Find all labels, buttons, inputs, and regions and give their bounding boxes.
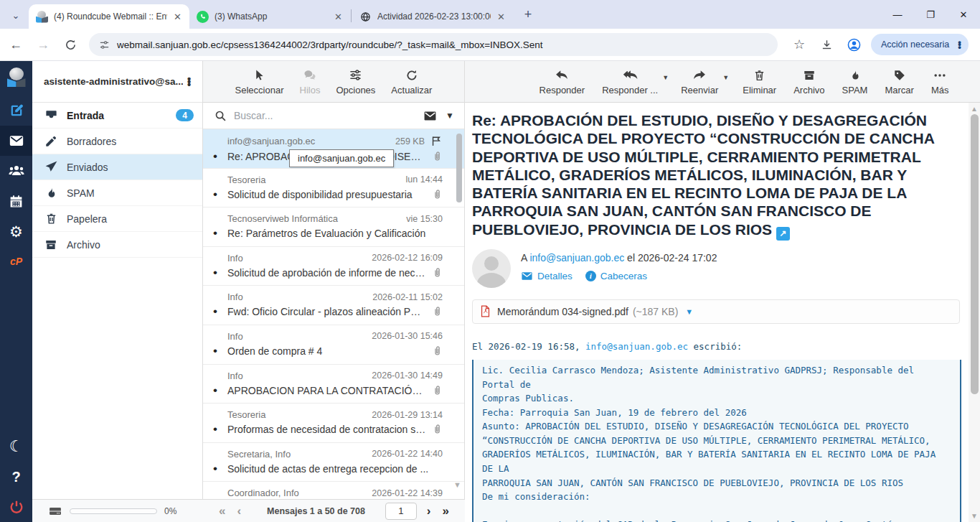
- forward-dropdown-icon[interactable]: ▼: [722, 74, 729, 81]
- scroll-up-icon[interactable]: ▲: [969, 105, 980, 113]
- more-button[interactable]: Más: [925, 65, 956, 98]
- list-scroll-down-icon[interactable]: ▼: [453, 480, 461, 489]
- unread-dot[interactable]: •: [213, 308, 227, 315]
- tab-roundcube[interactable]: (4) Roundcube Webmail :: Envia ✕: [29, 4, 189, 29]
- account-row[interactable]: asistente-administrativo@sa... •••: [32, 61, 202, 103]
- action-needed-chip[interactable]: Acción necesaria •••: [871, 34, 969, 55]
- reply-button[interactable]: Responder: [533, 65, 592, 98]
- reload-icon[interactable]: [59, 33, 82, 56]
- message-list-item[interactable]: Tesoreria 2026-01-29 13:14 • Proformas d…: [203, 404, 464, 443]
- unread-dot[interactable]: •: [213, 465, 227, 472]
- contacts-icon[interactable]: [0, 156, 32, 186]
- sender-email-link[interactable]: info@sanjuan.gob.ec: [585, 341, 688, 352]
- refresh-button[interactable]: Actualizar: [385, 65, 438, 98]
- headers-link[interactable]: i Cabeceras: [585, 271, 647, 281]
- delete-button[interactable]: Eliminar: [736, 65, 783, 98]
- downloads-icon[interactable]: [815, 33, 838, 56]
- tab-close-icon[interactable]: ✕: [332, 11, 344, 23]
- search-input[interactable]: Buscar...: [234, 110, 423, 121]
- help-icon[interactable]: ?: [0, 462, 32, 492]
- mail-scrollbar[interactable]: ▲ ▼: [969, 103, 980, 522]
- list-scrollbar-thumb[interactable]: [456, 134, 462, 202]
- last-page-button[interactable]: »: [437, 504, 455, 518]
- search-scope-mail-icon[interactable]: [423, 109, 437, 123]
- message-list-item[interactable]: Info 2026-02-11 15:02 • Fwd: Oficio Circ…: [203, 286, 464, 325]
- message-list-item[interactable]: Info 2026-01-30 14:49 • APROBACION PARA …: [203, 365, 464, 404]
- unread-dot[interactable]: •: [213, 269, 227, 276]
- mail-icon[interactable]: [0, 126, 32, 156]
- tab-actividad[interactable]: Actividad 2026-02-23 13:00:00 ✕: [352, 4, 513, 29]
- browser-menu-kebab-icon[interactable]: •••: [955, 38, 964, 52]
- message-list-item[interactable]: Coordinador, Info 2026-01-22 14:39 •: [203, 482, 464, 499]
- details-link[interactable]: Detalles: [521, 270, 573, 282]
- message-list-item[interactable]: Info 2026-02-12 16:09 • Solicitud de apr…: [203, 247, 464, 286]
- compose-icon[interactable]: [0, 95, 32, 126]
- flag-icon[interactable]: [430, 135, 443, 147]
- trash-icon: [44, 213, 58, 225]
- tab-list-chevron-icon[interactable]: ⌄: [6, 5, 26, 25]
- profile-avatar-icon[interactable]: [842, 33, 865, 56]
- mail-content: Re: APROBACIÓN DEL ESTUDIO, DISEÑO Y DES…: [465, 103, 969, 522]
- new-tab-button[interactable]: +: [519, 5, 537, 24]
- folder-papelera[interactable]: Papelera: [32, 206, 202, 232]
- unread-dot[interactable]: •: [213, 387, 227, 394]
- attachment-row[interactable]: Memorándum 034-signed.pdf (~187 KB) ▼: [472, 299, 960, 324]
- spam-button[interactable]: SPAM: [836, 65, 875, 98]
- recipient-email-link[interactable]: info@sanjuan.gob.ec: [529, 252, 624, 264]
- folder-borradores[interactable]: Borradores: [32, 129, 202, 154]
- forward-icon[interactable]: →: [32, 33, 55, 56]
- archive-button[interactable]: Archivo: [787, 65, 831, 98]
- trash-icon: [753, 68, 765, 83]
- site-settings-icon[interactable]: [99, 39, 110, 50]
- reply-all-dropdown-icon[interactable]: ▼: [662, 74, 669, 81]
- minimize-button[interactable]: —: [881, 0, 914, 29]
- folder-spam[interactable]: SPAM: [32, 180, 202, 206]
- address-bar[interactable]: webmail.sanjuan.gob.ec/cpsess1364244002/…: [89, 33, 778, 56]
- message-list-item[interactable]: Info 2026-01-30 15:46 • Orden de compra …: [203, 325, 464, 365]
- tab-close-icon[interactable]: ✕: [495, 11, 507, 23]
- bookmark-star-icon[interactable]: ☆: [788, 33, 811, 56]
- unread-dot[interactable]: •: [213, 191, 227, 198]
- message-list-item[interactable]: Tesoreria lun 14:44 • Solicitud de dispo…: [203, 169, 464, 208]
- page-number-input[interactable]: 1: [385, 503, 417, 520]
- cpanel-icon[interactable]: cP: [0, 246, 32, 276]
- quota-progress: [70, 508, 157, 514]
- logout-power-icon[interactable]: [0, 492, 32, 522]
- reply-all-button[interactable]: Responder ...: [595, 65, 664, 98]
- maximize-button[interactable]: ❐: [914, 0, 947, 29]
- unread-dot[interactable]: •: [213, 348, 227, 355]
- mark-button[interactable]: Marcar: [878, 65, 920, 98]
- back-icon[interactable]: ←: [4, 33, 27, 56]
- calendar-icon[interactable]: [0, 186, 32, 216]
- select-button[interactable]: Seleccionar: [229, 65, 291, 98]
- attachment-dropdown-icon[interactable]: ▼: [685, 307, 693, 316]
- message-sender: Tesoreria: [213, 409, 366, 420]
- unread-dot[interactable]: •: [213, 230, 227, 237]
- unread-dot[interactable]: •: [213, 426, 227, 433]
- folder-archivo[interactable]: Archivo: [32, 232, 202, 258]
- url-text[interactable]: webmail.sanjuan.gob.ec/cpsess1364244002/…: [117, 39, 543, 50]
- dark-mode-moon-icon[interactable]: ☾: [0, 432, 32, 462]
- options-button[interactable]: Opciones: [329, 65, 382, 98]
- message-subject: Orden de compra # 4: [227, 345, 428, 357]
- settings-gear-icon[interactable]: ⚙: [0, 216, 32, 246]
- first-page-button[interactable]: «: [213, 504, 231, 518]
- search-bar[interactable]: Buscar... ▼: [203, 103, 464, 129]
- tab-whatsapp[interactable]: (3) WhatsApp ✕: [189, 4, 350, 29]
- account-menu-kebab-icon[interactable]: •••: [183, 76, 195, 88]
- folder-enviados[interactable]: Enviados: [32, 154, 202, 180]
- mail-scrollbar-thumb[interactable]: [971, 114, 979, 394]
- forward-button[interactable]: Reenviar: [674, 65, 725, 98]
- message-list-item[interactable]: Tecnoserviweb Informática vie 15:30 • Re…: [203, 208, 464, 247]
- open-external-icon[interactable]: ↗: [776, 227, 790, 241]
- close-button[interactable]: ✕: [947, 0, 980, 29]
- unread-dot[interactable]: •: [213, 153, 227, 160]
- search-options-chevron-icon[interactable]: ▼: [446, 111, 454, 121]
- threads-button[interactable]: Hilos: [293, 65, 327, 98]
- folder-entrada[interactable]: Entrada 4: [32, 103, 202, 129]
- tab-close-icon[interactable]: ✕: [171, 11, 184, 23]
- message-list-item[interactable]: Secretaria, Info 2026-01-22 14:40 • Soli…: [203, 443, 464, 483]
- next-page-button[interactable]: ›: [421, 504, 437, 518]
- prev-page-button[interactable]: ‹: [231, 504, 247, 518]
- scroll-down-icon[interactable]: ▼: [969, 512, 980, 520]
